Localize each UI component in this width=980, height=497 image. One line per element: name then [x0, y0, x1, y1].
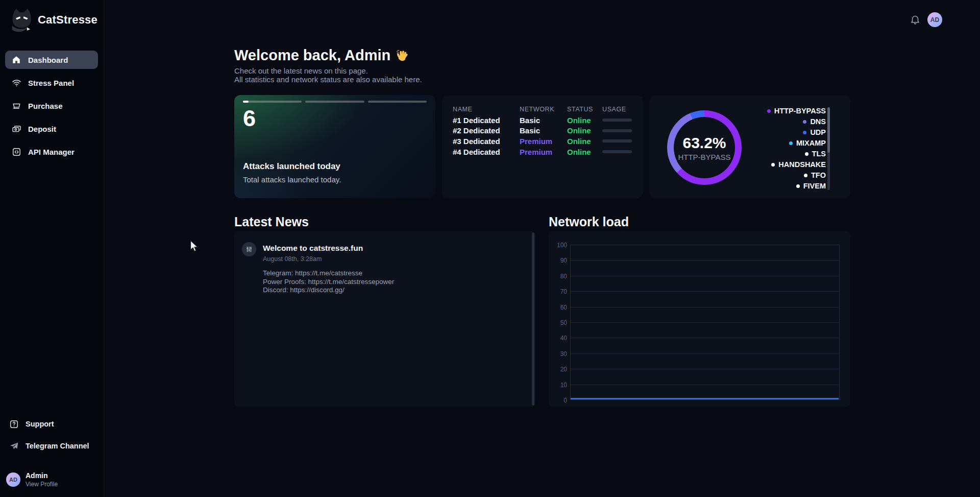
protocol-usage-card: 63.2% HTTP-BYPASS HTTP-BYPASSDNSUDPMIXAM…	[649, 95, 850, 198]
legend-label: TLS	[812, 150, 826, 158]
server-network: Basic	[520, 126, 567, 135]
footer-item-label: Telegram Channel	[26, 442, 89, 450]
sidebar-item-telegram-channel[interactable]: Telegram Channel	[9, 441, 89, 451]
sidebar-item-purchase[interactable]: Purchase	[5, 97, 98, 115]
attacks-card: 6 Attacks launched today Total attacks l…	[234, 95, 435, 198]
servers-table: NAME NETWORK STATUS USAGE #1 Dedicated B…	[453, 104, 634, 157]
column-header: USAGE	[602, 106, 634, 113]
y-tick-label: 80	[560, 273, 567, 280]
attacks-card-subtitle: Total attacks launched today.	[243, 175, 341, 184]
legend-dot	[805, 152, 808, 156]
legend-label: FIVEM	[803, 182, 826, 190]
news-panel: Welcome to catstresse.fun August 08th, 3…	[234, 231, 535, 407]
brand-name: CatStresse	[38, 13, 97, 27]
y-tick-label: 20	[560, 366, 567, 373]
news-content: Welcome to catstresse.fun August 08th, 3…	[263, 242, 394, 295]
sliders-icon	[242, 242, 256, 256]
server-name: #3 Dedicated	[453, 137, 520, 146]
legend-item[interactable]: DNS	[803, 117, 826, 126]
news-scrollbar[interactable]	[532, 232, 534, 406]
legend-label: UDP	[810, 128, 826, 136]
mouse-cursor	[190, 240, 199, 255]
y-tick-label: 50	[560, 319, 567, 326]
y-tick-label: 10	[560, 382, 567, 389]
donut-center: 63.2% HTTP-BYPASS	[667, 110, 742, 185]
usage-bar	[602, 139, 632, 143]
sidebar-item-label: API Manager	[28, 148, 75, 156]
network-load-chart	[570, 245, 840, 400]
code-icon	[11, 147, 21, 157]
news-line: Telegram: https://t.me/catstresse	[263, 269, 394, 278]
page-title: Welcome back, Admin	[234, 47, 409, 64]
sidebar-item-dashboard[interactable]: Dashboard	[5, 51, 98, 69]
view-profile-link[interactable]: View Profile	[26, 481, 58, 488]
legend-dot	[771, 163, 775, 167]
news-line: Discord: https://discord.gg/	[263, 286, 394, 295]
server-network: Premium	[520, 148, 567, 156]
legend-dot	[767, 109, 771, 113]
server-status: Online	[567, 148, 602, 156]
legend-item[interactable]: UDP	[803, 128, 826, 136]
profile-block[interactable]: AD Admin View Profile	[6, 471, 58, 488]
legend-dot	[796, 184, 800, 188]
news-item-title: Welcome to catstresse.fun	[263, 242, 394, 253]
legend-item[interactable]: HANDSHAKE	[771, 160, 826, 169]
page-subtitle: Check out the latest news on this page. …	[234, 66, 422, 84]
gridline	[571, 369, 839, 369]
progress-dot	[243, 101, 249, 103]
avatar-initials: AD	[927, 12, 942, 27]
cash-icon	[11, 124, 21, 134]
server-network: Basic	[520, 116, 567, 125]
server-network: Premium	[520, 137, 567, 146]
server-name: #1 Dedicated	[453, 116, 520, 125]
y-tick-label: 30	[560, 350, 567, 358]
help-icon	[9, 419, 19, 429]
gridline	[571, 322, 839, 323]
sidebar-item-deposit[interactable]: Deposit	[5, 120, 98, 138]
legend-scrollbar[interactable]	[827, 107, 830, 190]
news-item: Welcome to catstresse.fun August 08th, 3…	[234, 231, 535, 295]
server-status: Online	[567, 137, 602, 146]
legend-scrollbar-thumb[interactable]	[827, 107, 830, 153]
news-item-body: Telegram: https://t.me/catstresse Power …	[263, 269, 394, 295]
gridline	[571, 338, 839, 338]
legend-label: TFO	[811, 171, 826, 179]
gridline	[571, 291, 839, 292]
y-tick-label: 70	[560, 288, 567, 295]
legend-item[interactable]: MIXAMP	[789, 139, 826, 147]
news-section-title: Latest News	[234, 215, 309, 229]
server-status: Online	[567, 126, 602, 135]
home-icon	[11, 55, 21, 65]
donut-protocol-label: HTTP-BYPASS	[678, 153, 730, 161]
legend-dot	[803, 131, 806, 134]
sidebar-nav: Dashboard Stress Panel Purchase	[5, 51, 98, 161]
sidebar: CatStresse Dashboard Stress Panel	[0, 0, 104, 497]
notifications-bell-icon[interactable]	[910, 14, 921, 25]
legend-item[interactable]: HTTP-BYPASS	[767, 107, 826, 115]
network-load-panel: 0102030405060708090100	[549, 231, 850, 407]
sidebar-item-stress-panel[interactable]: Stress Panel	[5, 74, 98, 92]
attacks-count: 6	[243, 105, 256, 132]
usage-bar	[602, 150, 632, 153]
legend-item[interactable]: FIVEM	[796, 182, 826, 190]
legend-label: HTTP-BYPASS	[774, 107, 826, 115]
y-tick-label: 0	[564, 397, 567, 404]
sidebar-item-api-manager[interactable]: API Manager	[5, 143, 98, 161]
sidebar-item-support[interactable]: Support	[9, 419, 89, 429]
server-name: #2 Dedicated	[453, 126, 520, 135]
legend-label: DNS	[810, 117, 826, 126]
sidebar-item-label: Stress Panel	[28, 79, 74, 87]
network-load-line	[571, 398, 839, 399]
column-header: NETWORK	[520, 106, 567, 113]
legend-label: HANDSHAKE	[778, 160, 826, 169]
protocol-legend: HTTP-BYPASSDNSUDPMIXAMPTLSHANDSHAKETFOFI…	[767, 107, 826, 190]
legend-item[interactable]: TFO	[804, 171, 826, 179]
y-tick-label: 90	[560, 257, 567, 264]
legend-item[interactable]: TLS	[805, 150, 826, 158]
topbar-avatar[interactable]: AD	[927, 12, 942, 27]
donut-percentage: 63.2%	[682, 134, 726, 152]
gridline	[571, 353, 839, 354]
sidebar-item-label: Deposit	[28, 125, 56, 133]
network-section-title: Network load	[549, 215, 629, 229]
gridline	[571, 385, 839, 385]
